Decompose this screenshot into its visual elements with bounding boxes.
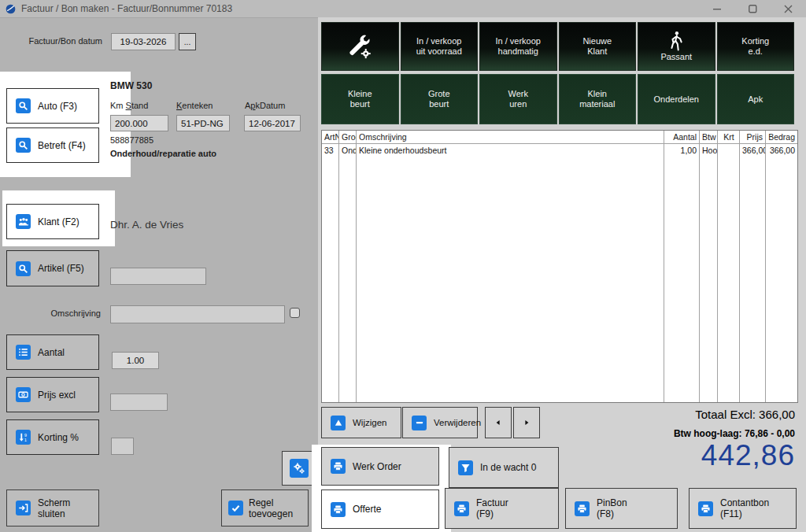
funnel-icon (458, 460, 473, 475)
date-input[interactable] (111, 33, 176, 50)
onderdelen-button[interactable]: Onderdelen (638, 74, 715, 124)
table-row-cell[interactable]: 366,00 (740, 144, 766, 157)
prijs-excl-input[interactable] (110, 393, 168, 411)
table-row-cell[interactable]: Onde (339, 144, 357, 157)
passant-button[interactable]: Passant (638, 22, 715, 71)
artikel-input[interactable] (110, 268, 206, 285)
verwijderen-button[interactable]: Verwijderen (402, 407, 478, 438)
offerte-button[interactable]: Offerte (321, 490, 439, 529)
offerte-label: Offerte (353, 504, 381, 515)
next-line-button[interactable] (513, 407, 540, 438)
search-icon (16, 138, 31, 153)
tools-button[interactable] (321, 22, 399, 71)
category-text: Onderhoud/reparatie auto (110, 149, 216, 158)
factuur-button[interactable]: Factuur(F9) (445, 488, 559, 529)
grand-total: 442,86 (701, 439, 795, 472)
money-icon (16, 387, 31, 402)
aantal-input[interactable] (112, 352, 159, 369)
korting-button-label: Korting % (38, 432, 79, 443)
svg-text:9: 9 (24, 433, 27, 438)
grote-beurt-button[interactable]: Grote beurt (401, 74, 479, 124)
auto-button[interactable]: Auto (F3) (6, 88, 99, 124)
search-icon (16, 98, 31, 113)
printer-icon (331, 459, 346, 474)
table-row-cell[interactable]: Kleine onderhoudsbeurt (357, 144, 664, 157)
in-verkoop-handmatig-button[interactable]: In / verkoop handmatig (479, 22, 557, 71)
walking-person-icon (667, 31, 685, 52)
omschrijving-label: Omschrijving (0, 308, 101, 318)
printer-icon (454, 501, 469, 516)
scherm-sluiten-label: Scherm sluiten (38, 497, 98, 519)
printer-icon (331, 502, 346, 517)
kenteken-input[interactable] (176, 115, 230, 131)
minimize-icon[interactable] (700, 0, 735, 17)
in-de-wacht-label: In de wacht 0 (480, 462, 536, 473)
table-row-cell[interactable]: Hoo (700, 144, 718, 157)
col-header-aantal[interactable]: Aantal (664, 131, 700, 144)
col-header-prijs[interactable]: Prijs (740, 131, 766, 144)
col-header-omschrijving[interactable]: Omschrijving (357, 131, 664, 144)
apk-datum-label: ApkDatum (245, 101, 285, 110)
date-label: Factuur/Bon datum (0, 36, 102, 46)
maximize-icon[interactable] (735, 0, 771, 17)
date-picker-button[interactable]: ... (179, 33, 196, 50)
list-icon (16, 345, 31, 360)
reference-number: 588877885 (110, 135, 153, 145)
table-row-cell[interactable]: 33 (322, 144, 339, 157)
search-icon (16, 261, 31, 276)
close-icon[interactable] (771, 0, 806, 17)
minus-icon (412, 416, 427, 430)
artikel-button[interactable]: Artikel (F5) (6, 250, 99, 286)
regel-toevoegen-button[interactable]: Regel toevoegen (221, 490, 309, 526)
wrench-gear-icon (344, 31, 375, 62)
pinbon-button[interactable]: PinBon(F8) (565, 488, 678, 529)
car-name: BMW 530 (110, 80, 152, 91)
in-de-wacht-button[interactable]: In de wacht 0 (449, 447, 559, 488)
apk-button[interactable]: Apk (717, 74, 795, 124)
auto-button-label: Auto (F3) (38, 101, 77, 112)
contantbon-label: Contantbon(F11) (720, 497, 769, 519)
contantbon-button[interactable]: Contantbon(F11) (689, 488, 797, 529)
scherm-sluiten-button[interactable]: Scherm sluiten (6, 490, 99, 526)
betreft-button[interactable]: Betreft (F4) (6, 127, 99, 163)
exit-icon (16, 501, 31, 515)
col-header-groep[interactable]: Groe (339, 131, 357, 144)
triangle-up-icon (331, 416, 346, 430)
check-icon (228, 501, 243, 515)
kenteken-label: Kenteken (176, 101, 213, 110)
kleine-beurt-button[interactable]: Kleine beurt (321, 74, 399, 124)
aantal-button-label: Aantal (38, 347, 65, 358)
werk-order-button[interactable]: Werk Order (321, 447, 439, 486)
printer-icon (575, 501, 590, 516)
col-header-btw[interactable]: Btw (700, 131, 718, 144)
werk-uren-button[interactable]: Werk uren (479, 74, 557, 124)
klant-button[interactable]: Klant (F2) (6, 204, 99, 239)
klein-materiaal-button[interactable]: Klein materiaal (559, 74, 637, 124)
wijzigen-button[interactable]: Wijzigen (321, 407, 401, 438)
omschrijving-input[interactable] (110, 305, 285, 323)
col-header-artn[interactable]: ArtN (322, 131, 339, 144)
korting-button[interactable]: 91 Korting % (6, 419, 99, 455)
sort-numeric-icon: 91 (16, 430, 31, 445)
gears-icon (290, 459, 309, 478)
korting-ed-button[interactable]: Korting e.d. (717, 22, 795, 71)
km-stand-label: Km Stand (110, 101, 148, 110)
nieuwe-klant-button[interactable]: Nieuwe Klant (559, 22, 637, 71)
omschrijving-checkbox[interactable] (290, 308, 300, 318)
table-row-cell[interactable] (718, 144, 740, 157)
klant-button-label: Klant (F2) (38, 216, 79, 227)
aantal-button[interactable]: Aantal (6, 334, 99, 370)
apk-datum-input[interactable] (244, 115, 301, 131)
prev-line-button[interactable] (485, 407, 512, 438)
betreft-button-label: Betreft (F4) (38, 140, 86, 151)
action-row-1: In / verkoop uit voorraad In / verkoop h… (321, 22, 794, 71)
in-verkoop-voorraad-button[interactable]: In / verkoop uit voorraad (401, 22, 479, 71)
col-header-bedrag[interactable]: Bedrag (766, 131, 797, 144)
prijs-excl-button[interactable]: Prijs excl (6, 377, 99, 412)
regel-toevoegen-label: Regel toevoegen (249, 497, 308, 519)
korting-input[interactable] (111, 438, 134, 455)
km-stand-input[interactable] (110, 115, 168, 131)
col-header-krt[interactable]: Krt (718, 131, 740, 144)
table-row-cell[interactable]: 1,00 (664, 144, 700, 157)
table-row-cell[interactable]: 366,00 (766, 144, 797, 157)
